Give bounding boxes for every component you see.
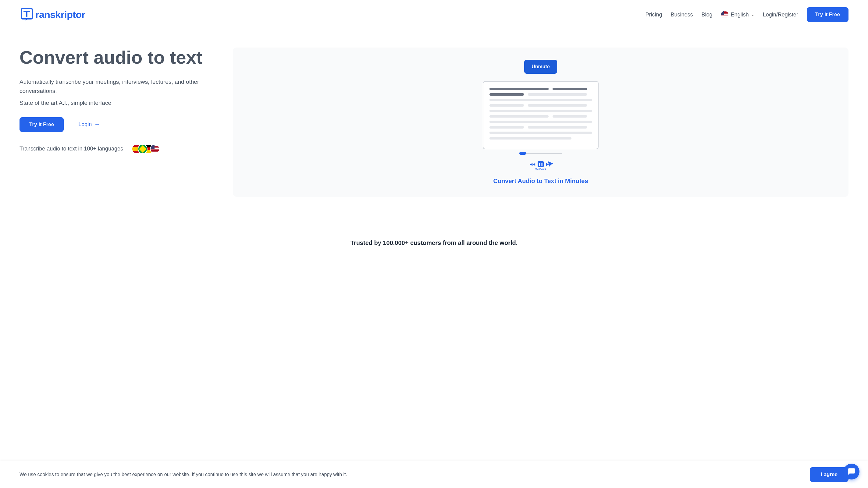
hero-title: Convert audio to text xyxy=(20,47,215,68)
pause-button[interactable]: ❚❚ xyxy=(538,161,544,167)
flag-stack xyxy=(132,144,160,154)
nav-login-register[interactable]: Login/Register xyxy=(763,11,798,18)
hero-login-link[interactable]: Login → xyxy=(78,121,100,128)
player: ◀◀ ❚❚ ▶▶ 00:00:02 xyxy=(519,153,562,170)
flag-us-icon xyxy=(150,144,160,154)
languages-text: Transcribe audio to text in 100+ languag… xyxy=(20,145,123,152)
hero-cta-button[interactable]: Try It Free xyxy=(20,117,64,132)
logo[interactable]: ranskriptor xyxy=(20,7,85,22)
hero-content: Convert audio to text Automatically tran… xyxy=(20,47,215,154)
login-label: Login xyxy=(78,121,92,128)
logo-text: ranskriptor xyxy=(35,9,85,21)
languages-info: Transcribe audio to text in 100+ languag… xyxy=(20,144,215,154)
language-label: English xyxy=(731,11,749,18)
language-selector[interactable]: English ⌄ xyxy=(721,11,754,18)
hero-video-panel: Unmute ◀◀ ❚❚ ▶▶ 00:00:02 xyxy=(233,47,848,197)
header: ranskriptor Pricing Business Blog Englis… xyxy=(0,0,868,29)
nav-blog[interactable]: Blog xyxy=(702,11,713,18)
logo-icon xyxy=(20,7,34,22)
nav-business[interactable]: Business xyxy=(671,11,693,18)
player-time: 00:00:02 xyxy=(535,167,546,170)
video-caption: Convert Audio to Text in Minutes xyxy=(493,177,588,185)
main-nav: Pricing Business Blog English ⌄ Login/Re… xyxy=(646,7,849,22)
arrow-right-icon: → xyxy=(94,121,100,128)
trusted-text: Trusted by 100.000+ customers from all a… xyxy=(350,239,518,246)
flag-us-icon xyxy=(721,11,728,18)
unmute-button[interactable]: Unmute xyxy=(524,60,557,74)
nav-pricing[interactable]: Pricing xyxy=(646,11,662,18)
header-cta-button[interactable]: Try It Free xyxy=(807,7,848,22)
player-progress[interactable] xyxy=(519,153,562,154)
hero-actions: Try It Free Login → xyxy=(20,117,215,132)
cursor-icon xyxy=(547,161,554,168)
hero-section: Convert audio to text Automatically tran… xyxy=(0,29,868,215)
hero-description: Automatically transcribe your meetings, … xyxy=(20,77,215,96)
rewind-icon[interactable]: ◀◀ xyxy=(530,162,535,166)
trusted-section: Trusted by 100.000+ customers from all a… xyxy=(0,215,868,259)
video-mockup xyxy=(483,81,598,149)
flag-br-icon xyxy=(138,144,148,154)
hero-sub-description: State of the art A.I., simple interface xyxy=(20,100,215,106)
chevron-down-icon: ⌄ xyxy=(751,12,754,17)
